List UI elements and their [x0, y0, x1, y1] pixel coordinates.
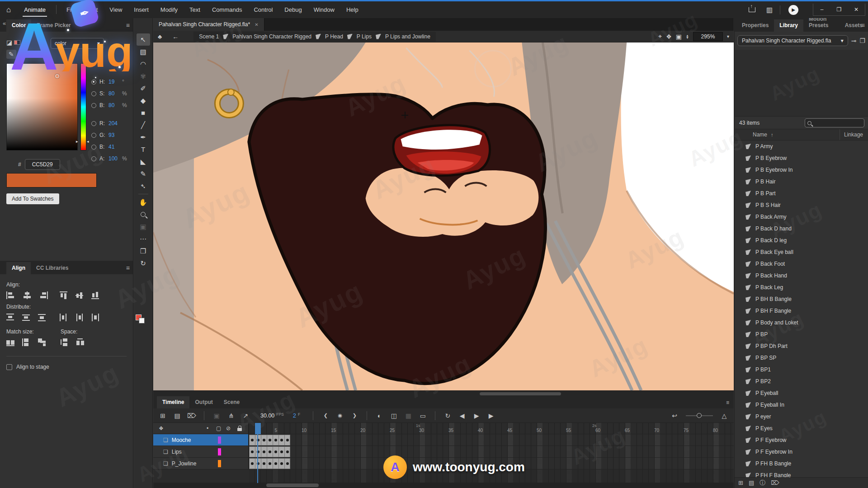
- color-value-row[interactable]: B: 80 %: [91, 99, 133, 111]
- channel-value[interactable]: 80: [108, 102, 121, 108]
- column-name[interactable]: Name: [753, 131, 767, 138]
- edit-multiple-frames-icon[interactable]: ▦: [402, 412, 414, 419]
- distribute-left-edge-icon[interactable]: [60, 314, 70, 321]
- hex-input[interactable]: CC5D29: [25, 159, 60, 170]
- match-width-icon[interactable]: [6, 338, 16, 346]
- radio-icon[interactable]: [91, 133, 96, 138]
- workspace-icon[interactable]: ▥: [763, 6, 776, 14]
- layer-parenting-icon[interactable]: ⋔: [225, 412, 237, 419]
- column-linkage[interactable]: Linkage: [844, 131, 863, 138]
- channel-value[interactable]: 80: [108, 90, 121, 97]
- color-value-row[interactable]: S: 80 %: [91, 88, 133, 99]
- layer-frames[interactable]: [249, 458, 734, 469]
- checkbox-icon[interactable]: [6, 364, 12, 370]
- saturation-brightness-picker[interactable]: [6, 63, 78, 150]
- align-top-edge-icon[interactable]: [60, 291, 70, 299]
- keyframe-cell[interactable]: [284, 435, 290, 446]
- menu-item[interactable]: Animate: [18, 1, 52, 18]
- distribute-bottom-edge-icon[interactable]: [38, 314, 48, 321]
- test-movie-icon[interactable]: ▶: [788, 5, 798, 15]
- library-item[interactable]: P F Eyebrow In: [735, 446, 868, 458]
- menu-item[interactable]: Control: [248, 1, 278, 18]
- library-item[interactable]: P Back Hand: [735, 270, 868, 282]
- toolbar-divider[interactable]: [137, 192, 150, 196]
- tab-output[interactable]: Output: [189, 396, 218, 408]
- camera-tool[interactable]: ▣: [137, 221, 150, 233]
- library-document-dropdown[interactable]: Pahalvan Singh Character Rigged.fla ▾: [737, 35, 848, 46]
- selection-tool[interactable]: ↖: [137, 33, 150, 46]
- keyframe-run[interactable]: [249, 434, 290, 446]
- stroke-color-control[interactable]: ✎: [6, 50, 27, 59]
- breadcrumb-item[interactable]: P Lips: [357, 33, 372, 40]
- close-button[interactable]: ✕: [848, 4, 865, 15]
- color-picker-marker[interactable]: [55, 74, 59, 78]
- menu-item[interactable]: Window: [308, 1, 340, 18]
- library-item[interactable]: P Eyeball In: [735, 399, 868, 411]
- library-item[interactable]: P Back D hand: [735, 223, 868, 235]
- text-tool[interactable]: T: [137, 143, 150, 155]
- asset-warp-pin-tool[interactable]: ➴: [137, 180, 150, 192]
- graph-editor-icon[interactable]: ↗: [240, 412, 251, 419]
- rotate-view-icon[interactable]: ❖: [666, 33, 672, 40]
- previous-keyframe-icon[interactable]: ❮: [320, 413, 331, 418]
- library-item[interactable]: P Back Army: [735, 211, 868, 223]
- step-forward-icon[interactable]: ▶: [485, 412, 497, 419]
- sort-arrow-icon[interactable]: ↑: [771, 132, 774, 137]
- timeline-ruler[interactable]: 1s 2s 5101520253035404550556065707580 ❖ …: [153, 423, 734, 434]
- close-tab-icon[interactable]: ✕: [255, 22, 258, 27]
- breadcrumb-item[interactable]: P Head: [325, 33, 343, 40]
- channel-value[interactable]: 100: [108, 155, 121, 162]
- radio-icon[interactable]: [91, 121, 96, 126]
- item-properties-icon[interactable]: ⓘ: [760, 479, 765, 487]
- library-item[interactable]: P BP Dh Part: [735, 340, 868, 352]
- center-frame-icon[interactable]: ⌖: [658, 33, 662, 40]
- hue-slider[interactable]: [80, 63, 86, 150]
- tab-color[interactable]: Color: [6, 19, 31, 32]
- stage-canvas[interactable]: [153, 42, 734, 390]
- keyframe-cell[interactable]: [249, 458, 255, 469]
- hue-arrow-left-icon[interactable]: ▸: [76, 139, 78, 144]
- keyframe-cell[interactable]: [261, 435, 267, 446]
- playhead-handle[interactable]: [255, 423, 261, 434]
- layer-name[interactable]: P_Jowline: [172, 460, 197, 467]
- restore-button[interactable]: ❐: [830, 4, 848, 15]
- step-back-icon[interactable]: ◀: [456, 412, 468, 419]
- layer-outline-color-chip[interactable]: [218, 460, 221, 467]
- library-item[interactable]: P BP1: [735, 364, 868, 375]
- keyframe-cell[interactable]: [278, 435, 284, 446]
- keyframe-cell[interactable]: [284, 446, 290, 457]
- layer-frames[interactable]: [249, 434, 734, 446]
- keyframe-cell[interactable]: [249, 446, 255, 457]
- keyframe-cell[interactable]: [267, 446, 273, 457]
- channel-value[interactable]: 19: [108, 79, 121, 85]
- library-item[interactable]: P B S Hair: [735, 199, 868, 211]
- library-item[interactable]: P Army: [735, 141, 868, 152]
- lock-layers-icon[interactable]: [237, 428, 242, 431]
- menu-item[interactable]: Help: [340, 1, 364, 18]
- channel-value[interactable]: 41: [108, 144, 121, 150]
- onion-skin-icon[interactable]: ◐: [373, 412, 385, 419]
- color-type-dropdown[interactable]: color ▾: [51, 38, 104, 49]
- align-bottom-edge-icon[interactable]: [91, 291, 101, 299]
- distribute-vertical-center-icon[interactable]: [22, 314, 32, 321]
- timeline-layer-row[interactable]: ❏ Lips: [153, 446, 734, 458]
- paint-bucket-tool[interactable]: ◣: [137, 155, 150, 168]
- new-symbol-icon[interactable]: ⊞: [738, 479, 743, 486]
- library-item[interactable]: P eyer: [735, 411, 868, 422]
- menu-item[interactable]: Commands: [206, 1, 248, 18]
- share-icon[interactable]: [749, 7, 755, 12]
- layer-name-cell[interactable]: ❏ Mooche: [153, 434, 249, 446]
- delete-layer-icon[interactable]: ⌦: [186, 412, 198, 419]
- space-horizontal-icon[interactable]: [76, 338, 86, 346]
- align-left-edge-icon[interactable]: [6, 291, 16, 299]
- fill-color-control[interactable]: ◪: [6, 39, 27, 46]
- minimize-button[interactable]: –: [813, 4, 830, 15]
- layer-name[interactable]: Lips: [172, 449, 182, 455]
- scrollbar-thumb[interactable]: [480, 392, 561, 395]
- library-item[interactable]: P B Eyebrow In: [735, 164, 868, 176]
- library-item[interactable]: P B Eyebrow: [735, 152, 868, 164]
- keyframe-cell[interactable]: [273, 446, 278, 457]
- classic-brush-tool[interactable]: ✐: [137, 82, 150, 94]
- library-item[interactable]: P BH F Bangle: [735, 305, 868, 317]
- zoom-level-input[interactable]: 295%: [693, 32, 723, 41]
